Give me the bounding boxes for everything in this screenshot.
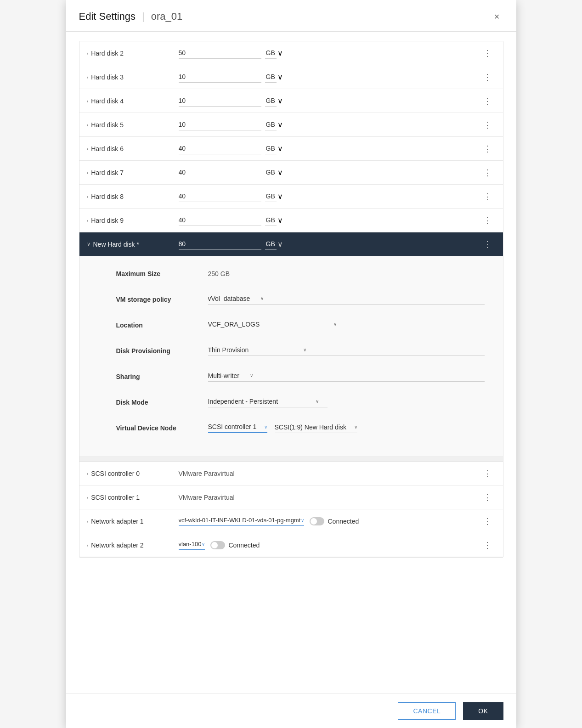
hard-disk-6-chevron[interactable]: › bbox=[87, 146, 89, 152]
network-adapter-2-connected: Connected bbox=[210, 541, 260, 549]
new-hard-disk-input[interactable] bbox=[179, 238, 261, 250]
network-adapter-1-select[interactable]: vcf-wkld-01-IT-INF-WKLD-01-vds-01-pg-mgm… bbox=[179, 517, 301, 524]
network-adapter-2-toggle[interactable] bbox=[210, 541, 225, 549]
network-adapter-2-select[interactable]: vlan-100 bbox=[179, 541, 202, 547]
hard-disk-9-input[interactable] bbox=[179, 214, 261, 226]
scsi-controller-0-chevron[interactable]: › bbox=[87, 471, 89, 476]
new-hard-disk-unit-caret: ∨ bbox=[277, 240, 283, 248]
new-hard-disk-unit-select[interactable]: MB GB TB bbox=[265, 238, 277, 250]
network-adapter-1-row: › Network adapter 1 vcf-wkld-01-IT-INF-W… bbox=[79, 509, 503, 533]
hard-disk-7-input[interactable] bbox=[179, 167, 261, 178]
hard-disk-2-unit-select[interactable]: MB GB TB bbox=[265, 47, 277, 59]
hard-disk-3-text: Hard disk 3 bbox=[91, 73, 124, 81]
network-adapter-1-select-wrap: vcf-wkld-01-IT-INF-WKLD-01-vds-01-pg-mgm… bbox=[179, 517, 304, 526]
network-adapter-1-more-button[interactable]: ⋮ bbox=[480, 514, 496, 528]
disk-provisioning-select[interactable]: Thin Provision Thick Provision Lazy Zero… bbox=[208, 346, 301, 354]
hard-disk-8-text: Hard disk 8 bbox=[91, 193, 124, 200]
hard-disk-5-row: › Hard disk 5 MB GB TB ∨ ⋮ bbox=[79, 113, 503, 137]
hard-disk-4-input[interactable] bbox=[179, 95, 261, 107]
hard-disk-6-unit-caret: ∨ bbox=[277, 144, 283, 153]
vm-storage-label: VM storage policy bbox=[116, 296, 208, 303]
hard-disk-5-input[interactable] bbox=[179, 119, 261, 130]
location-value: VCF_ORA_LOGS ∨ bbox=[208, 321, 485, 330]
network-adapter-1-chevron[interactable]: › bbox=[87, 519, 89, 524]
new-hard-disk-more-button[interactable]: ⋮ bbox=[480, 237, 496, 251]
new-hard-disk-unit-wrap: MB GB TB ∨ bbox=[265, 238, 283, 250]
hard-disk-7-more-button[interactable]: ⋮ bbox=[480, 166, 496, 180]
vdn-label: Virtual Device Node bbox=[116, 424, 208, 432]
network-adapter-1-caret: ∨ bbox=[301, 518, 304, 523]
ok-button[interactable]: OK bbox=[463, 702, 503, 720]
hard-disk-7-chevron[interactable]: › bbox=[87, 170, 89, 175]
vm-storage-select-wrap: vVol_database ∨ bbox=[208, 295, 485, 305]
hard-disk-7-unit-select[interactable]: MB GB TB bbox=[265, 167, 277, 178]
hard-disk-6-unit-select[interactable]: MB GB TB bbox=[265, 143, 277, 154]
hard-disk-9-more-button[interactable]: ⋮ bbox=[480, 214, 496, 227]
location-select[interactable]: VCF_ORA_LOGS bbox=[208, 321, 333, 328]
hard-disk-2-text: Hard disk 2 bbox=[91, 50, 124, 57]
disk-provisioning-row: Disk Provisioning Thin Provision Thick P… bbox=[116, 343, 485, 359]
hard-disk-5-more-button[interactable]: ⋮ bbox=[480, 118, 496, 132]
vdn-controller-select[interactable]: SCSI controller 0 SCSI controller 1 bbox=[208, 423, 264, 430]
hard-disk-9-label: › Hard disk 9 bbox=[87, 217, 179, 224]
hard-disk-6-more-button[interactable]: ⋮ bbox=[480, 142, 496, 156]
hard-disk-4-unit-select[interactable]: MB GB TB bbox=[265, 95, 277, 107]
location-caret: ∨ bbox=[333, 322, 337, 327]
hard-disk-2-more-button[interactable]: ⋮ bbox=[480, 46, 496, 60]
network-adapter-1-toggle[interactable] bbox=[310, 517, 324, 525]
cancel-button[interactable]: CANCEL bbox=[398, 702, 456, 720]
vdn-slot-select[interactable]: SCSI(1:9) New Hard disk bbox=[275, 423, 354, 431]
hard-disk-8-chevron[interactable]: › bbox=[87, 194, 89, 199]
vdn-controller-select-wrap: SCSI controller 0 SCSI controller 1 ∨ bbox=[208, 423, 267, 433]
scsi-controller-1-more-button[interactable]: ⋮ bbox=[480, 491, 496, 504]
hard-disk-2-chevron[interactable]: › bbox=[87, 51, 89, 56]
location-label: Location bbox=[116, 322, 208, 329]
scsi-controller-1-row: › SCSI controller 1 VMware Paravirtual ⋮ bbox=[79, 485, 503, 509]
hard-disk-4-chevron[interactable]: › bbox=[87, 98, 89, 104]
hard-disk-9-text: Hard disk 9 bbox=[91, 217, 124, 224]
network-adapter-2-chevron[interactable]: › bbox=[87, 542, 89, 548]
hard-disk-8-value: MB GB TB ∨ bbox=[179, 191, 480, 202]
hard-disk-8-more-button[interactable]: ⋮ bbox=[480, 190, 496, 203]
hard-disk-4-more-button[interactable]: ⋮ bbox=[480, 94, 496, 108]
hard-disk-6-text: Hard disk 6 bbox=[91, 145, 124, 152]
hard-disk-7-value: MB GB TB ∨ bbox=[179, 167, 480, 178]
hard-disk-3-unit-caret: ∨ bbox=[277, 73, 283, 81]
scsi-controller-1-label: › SCSI controller 1 bbox=[87, 494, 179, 501]
network-adapter-1-label: › Network adapter 1 bbox=[87, 518, 179, 525]
hard-disk-3-input[interactable] bbox=[179, 71, 261, 83]
hard-disk-3-value: MB GB TB ∨ bbox=[179, 71, 480, 83]
hard-disk-5-label: › Hard disk 5 bbox=[87, 121, 179, 129]
new-hard-disk-value: MB GB TB ∨ bbox=[179, 238, 480, 250]
new-hard-disk-text: New Hard disk * bbox=[93, 241, 139, 248]
close-button[interactable]: × bbox=[491, 10, 503, 23]
hard-disk-5-chevron[interactable]: › bbox=[87, 122, 89, 128]
hard-disk-2-input[interactable] bbox=[179, 47, 261, 59]
scsi-controller-1-text: SCSI controller 1 bbox=[91, 494, 140, 501]
scsi-controller-0-row: › SCSI controller 0 VMware Paravirtual ⋮ bbox=[79, 462, 503, 485]
disk-mode-value: Dependent Independent - Persistent Indep… bbox=[208, 398, 485, 407]
scsi-controller-0-more-button[interactable]: ⋮ bbox=[480, 467, 496, 480]
hard-disk-5-unit-select[interactable]: MB GB TB bbox=[265, 119, 277, 130]
hard-disk-8-unit-select[interactable]: MB GB TB bbox=[265, 191, 277, 202]
network-adapter-2-label: › Network adapter 2 bbox=[87, 542, 179, 549]
hard-disk-9-unit-select[interactable]: MB GB TB bbox=[265, 214, 277, 226]
vm-storage-select[interactable]: vVol_database bbox=[208, 295, 259, 302]
network-adapter-2-more-button[interactable]: ⋮ bbox=[480, 538, 496, 552]
disk-mode-select[interactable]: Dependent Independent - Persistent Indep… bbox=[208, 398, 314, 405]
disk-provisioning-select-wrap: Thin Provision Thick Provision Lazy Zero… bbox=[208, 346, 485, 356]
hard-disk-6-input[interactable] bbox=[179, 143, 261, 154]
hard-disk-4-text: Hard disk 4 bbox=[91, 97, 124, 105]
scsi-controller-1-chevron[interactable]: › bbox=[87, 495, 89, 500]
new-hard-disk-row: ∨ New Hard disk * MB GB TB ∨ ⋮ bbox=[79, 232, 503, 256]
new-hard-disk-chevron[interactable]: ∨ bbox=[87, 241, 90, 247]
hard-disk-3-chevron[interactable]: › bbox=[87, 74, 89, 80]
vm-storage-row: VM storage policy vVol_database ∨ bbox=[116, 291, 485, 308]
hard-disk-9-chevron[interactable]: › bbox=[87, 218, 89, 223]
hard-disk-3-more-button[interactable]: ⋮ bbox=[480, 70, 496, 84]
sharing-select[interactable]: No sharing Multi-writer bbox=[208, 372, 248, 379]
scsi-controller-1-value: VMware Paravirtual bbox=[179, 494, 480, 501]
hard-disk-8-input[interactable] bbox=[179, 191, 261, 202]
hard-disk-4-label: › Hard disk 4 bbox=[87, 97, 179, 105]
hard-disk-3-unit-select[interactable]: MB GB TB bbox=[265, 71, 277, 83]
